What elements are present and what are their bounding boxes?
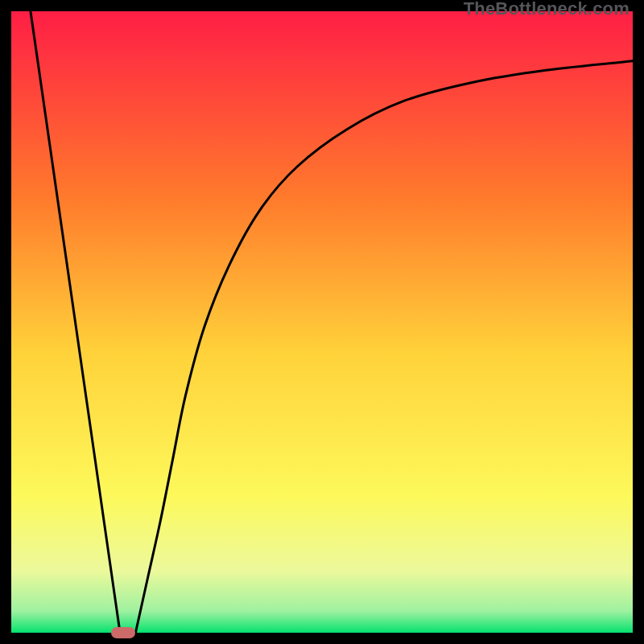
attribution-text: TheBottleneck.com xyxy=(464,0,630,19)
plot-frame xyxy=(11,11,633,633)
bottleneck-chart xyxy=(11,11,633,633)
optimal-marker xyxy=(111,627,136,638)
plot-background xyxy=(11,11,633,633)
